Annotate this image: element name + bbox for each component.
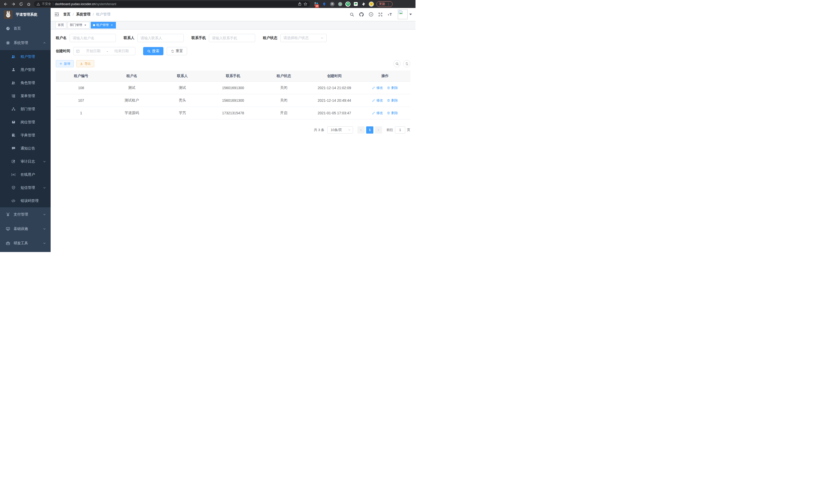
sidebar-item-label: 研发工具 [13,241,28,245]
filter-contact-mobile: 联系手机 [192,34,255,42]
refresh-table-button[interactable] [403,60,410,67]
cell-tenant-id: 108 [56,82,106,94]
sidebar-item-label: 菜单管理 [21,94,35,98]
browser-update-button[interactable]: 更新 ⋮ [376,1,393,7]
profile-avatar-icon[interactable] [369,2,374,7]
add-button[interactable]: 新增 [56,60,74,67]
sidebar-item-label: 字典管理 [21,133,35,138]
caret-down-icon [409,13,412,15]
extension-chat-icon[interactable] [353,1,359,7]
edit-link[interactable]: 修改 [372,98,383,103]
delete-link[interactable]: 删除 [387,111,398,115]
next-page-button[interactable] [375,126,382,134]
sidebar-item-error-code[interactable]: 错误码管理 [0,194,51,207]
tab-close-icon[interactable]: × [84,23,87,27]
message-bubble-icon [11,146,16,150]
font-size-icon[interactable]: TT [388,12,392,17]
sidebar-item-user[interactable]: 用户管理 [0,63,51,76]
sidebar-item-label: 首页 [13,26,21,31]
code-icon [11,199,16,203]
edit-link[interactable]: 修改 [372,111,383,115]
tenant-name-input[interactable] [73,36,113,40]
svg-text:T: T [390,12,392,17]
end-date-placeholder[interactable]: 结束日期 [111,49,133,53]
help-question-icon[interactable]: ? [369,12,373,17]
breadcrumb-home[interactable]: 首页 [63,12,70,17]
tab-close-icon[interactable]: × [110,23,114,27]
goto-page-input[interactable] [395,126,405,134]
contact-mobile-input[interactable] [212,36,252,40]
extension-y-icon[interactable]: Y [345,2,350,7]
extension-recorder-icon[interactable] [337,1,343,7]
extensions-puzzle-icon[interactable] [361,1,366,7]
prev-page-button[interactable] [357,126,365,134]
tab-home[interactable]: 首页 [56,22,66,29]
delete-link[interactable]: 删除 [387,86,398,90]
browser-menu-dots-icon[interactable]: ⋮ [387,2,390,6]
search-button[interactable]: 搜索 [143,47,164,55]
browser-home-icon[interactable] [26,1,32,7]
export-button[interactable]: 导出 [76,60,94,67]
col-mobile: 联系手机 [208,71,258,82]
address-bar[interactable]: 不安全 dashboard.yudao.iocoder.cn/system/te… [34,1,310,7]
sidebar-collapse-icon[interactable] [55,12,59,17]
add-button-label: 新增 [64,62,70,66]
delete-link[interactable]: 删除 [387,98,398,103]
sidebar-item-label: 角色管理 [21,81,35,85]
sidebar-item-infrastructure[interactable]: 基础设施 [0,222,51,236]
roles-icon [11,81,16,85]
show-search-toggle-button[interactable] [393,60,401,67]
sidebar-item-audit-log[interactable]: 审计日志 [0,155,51,168]
cell-actions: 修改 删除 [360,94,410,107]
sidebar-item-label: 部门管理 [21,107,35,112]
sidebar-item-home[interactable]: 首页 [0,21,51,36]
share-icon[interactable] [298,2,302,6]
extension-tiles-icon[interactable]: 10 [314,1,319,7]
browser-back-icon[interactable] [3,1,9,7]
reset-button[interactable]: 重置 [167,47,187,55]
sidebar-logo[interactable]: 芋道管理系统 [0,8,51,21]
browser-reload-icon[interactable] [18,1,24,7]
sidebar-item-menu[interactable]: 菜单管理 [0,89,51,102]
sidebar-item-dict[interactable]: 字典管理 [0,129,51,142]
start-date-placeholder[interactable]: 开始日期 [82,49,104,53]
github-icon[interactable] [359,12,364,17]
plus-icon [59,62,62,65]
page-number-button[interactable]: 1 [366,126,373,134]
extension-kite-icon[interactable] [321,1,327,7]
sidebar-item-online-users[interactable]: 在线用户 [0,168,51,181]
toolbox-icon [6,241,10,245]
create-time-range-picker[interactable]: 开始日期 - 结束日期 [73,47,136,55]
navbar: 首页 / 系统管理 / 租户管理 ? T [51,8,416,21]
url-path: /system/tenant [95,2,116,6]
user-avatar-dropdown[interactable] [398,9,412,19]
bookmark-star-icon[interactable] [304,2,307,6]
sidebar-item-dept[interactable]: 部门管理 [0,102,51,116]
fullscreen-icon[interactable] [378,12,382,17]
edit-link[interactable]: 修改 [372,86,383,90]
log-edit-icon [11,159,16,164]
extension-command-icon[interactable]: ⌘ [329,1,335,7]
breadcrumb-system[interactable]: 系统管理 [76,12,90,17]
tab-tenant[interactable]: 租户管理 × [91,22,116,29]
tab-dept[interactable]: 部门管理 × [67,22,89,29]
sidebar-item-system[interactable]: 系统管理 [0,36,51,50]
contact-name-input[interactable] [141,36,181,40]
status-select[interactable]: 请选择租户状态 [280,34,326,42]
sidebar-item-dev-tools[interactable]: 研发工具 [0,236,51,250]
dashboard-icon [6,26,10,31]
page-size-select[interactable]: 10条/页 [327,126,353,134]
filter-label: 联系手机 [192,36,206,40]
header-search-icon[interactable] [350,12,354,17]
browser-forward-icon[interactable] [10,1,17,7]
sidebar-item-payment[interactable]: 支付管理 [0,207,51,222]
filter-label: 联系人 [123,36,134,40]
sidebar-item-notice[interactable]: 通知公告 [0,142,51,155]
sidebar-item-tenant[interactable]: 租户管理 [0,50,51,63]
pagination: 共 3 条 10条/页 1 前往 页 [56,126,410,134]
sidebar-item-sms[interactable]: 短信管理 [0,181,51,194]
edit-pencil-icon [372,86,375,89]
sidebar-item-post[interactable]: 岗位管理 [0,116,51,129]
table-row: 108 测试 测试 15601691300 关闭 2021-12-14 21:0… [56,82,410,94]
sidebar-item-role[interactable]: 角色管理 [0,76,51,89]
